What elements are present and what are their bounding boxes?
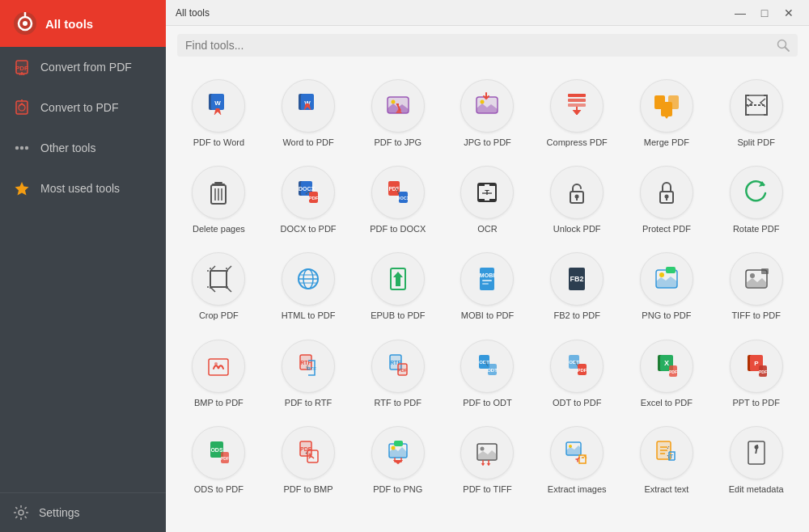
svg-text:X: X [664,359,669,367]
svg-point-14 [19,510,23,515]
svg-point-90 [750,273,755,278]
tool-label: Compress PDF [547,137,608,148]
tool-label: DOCX to PDF [281,224,337,234]
tool-odt-to-pdf[interactable]: ODT PDF ODT to PDF [536,333,619,413]
svg-point-93 [214,362,218,365]
svg-point-133 [391,445,395,450]
svg-point-28 [481,100,485,104]
tool-ppt-to-pdf[interactable]: P PDF PPT to PDF [714,333,798,413]
tool-delete-pages[interactable]: Delete pages [177,159,260,239]
tool-label: Protect PDF [642,224,691,234]
svg-text:MOBI: MOBI [480,272,494,278]
svg-text:DOCX: DOCX [396,196,409,201]
tool-unlock-pdf[interactable]: Unlock PDF [536,159,619,239]
tool-html-to-pdf[interactable]: HTML to PDF [267,246,350,326]
svg-point-88 [659,272,664,277]
tool-protect-pdf[interactable]: Protect PDF [625,159,709,239]
svg-point-25 [391,100,395,104]
tool-ods-to-pdf[interactable]: ODS PDF ODS to PDF [177,420,260,500]
tool-pdf-to-tiff[interactable]: PDF to TIFF [446,420,529,500]
tool-label: MOBI to PDF [461,310,514,321]
tool-label: JPG to PDF [464,137,511,148]
svg-text:PDF: PDF [759,369,767,374]
tool-label: Crop PDF [199,310,239,321]
tool-rotate-pdf[interactable]: Rotate PDF [714,159,798,239]
tool-excel-to-pdf[interactable]: X PDF Excel to PDF [625,333,709,413]
main-content: All tools — □ ✕ W [166,0,809,532]
tool-pdf-to-docx[interactable]: PDF DOCX PDF to DOCX [356,159,439,239]
svg-text:T: T [485,188,490,196]
sidebar-settings[interactable]: Settings [0,492,166,532]
sidebar-item-convert-to-pdf[interactable]: Convert to PDF [0,87,166,128]
most-used-tools-icon [13,179,31,197]
svg-text:P: P [754,360,759,367]
tool-label: Unlock PDF [553,224,601,234]
tool-jpg-to-pdf[interactable]: JPG to PDF [446,73,529,153]
tool-fb2-to-pdf[interactable]: FB2 FB2 to PDF [536,246,619,326]
tool-rtf-to-pdf[interactable]: RTF PDF RTF to PDF [356,333,439,413]
tool-compress-pdf[interactable]: Compress PDF [536,73,619,153]
maximize-button[interactable]: □ [754,2,775,23]
svg-rect-53 [478,184,485,186]
tool-label: Extract text [644,484,688,495]
svg-text:i: i [755,443,759,456]
tool-label: PNG to PDF [642,310,691,321]
tool-mobi-to-pdf[interactable]: MOBI MOBI to PDF [446,246,529,326]
tool-edit-metadata[interactable]: i Edit metadata [714,420,798,500]
tool-pdf-to-odt[interactable]: ODT ODT PDF to ODT [446,333,529,413]
tool-label: RTF to PDF [375,398,421,408]
tool-merge-pdf[interactable]: Merge PDF [625,73,709,153]
tool-crop-pdf[interactable]: Crop PDF [177,246,260,326]
tool-split-pdf[interactable]: Split PDF [714,73,798,153]
tool-ocr[interactable]: T OCR [446,159,529,239]
sidebar-item-other-tools[interactable]: Other tools [0,128,166,168]
tool-pdf-to-rtf[interactable]: RTF RTF PDF to RTF [267,333,350,413]
tools-grid: W PDF to Word W Word to PDF [166,65,809,532]
svg-text:DOCX: DOCX [299,186,316,192]
tool-label: Extract images [548,484,607,495]
sidebar-item-most-used-tools-label: Most used tools [40,182,120,195]
tool-label: PDF to TIFF [463,484,511,495]
tool-word-to-pdf[interactable]: W Word to PDF [267,73,350,153]
sidebar-item-convert-from-pdf[interactable]: PDF Convert from PDF [0,47,166,87]
close-button[interactable]: ✕ [778,2,799,23]
sidebar-item-most-used-tools[interactable]: Most used tools [0,168,166,209]
svg-text:PDF: PDF [397,368,407,373]
svg-line-72 [227,287,231,292]
tool-pdf-to-bmp[interactable]: PDF PDF to BMP [267,420,350,500]
other-tools-icon [13,139,31,157]
tool-label: PDF to PNG [373,484,422,495]
svg-rect-38 [214,182,222,184]
tool-label: PDF to Word [193,137,244,148]
tool-png-to-pdf[interactable]: PNG to PDF [625,246,709,326]
svg-text:PDF: PDF [578,368,587,373]
svg-rect-87 [666,267,676,273]
tool-bmp-to-pdf[interactable]: BMP to PDF [177,333,260,413]
tool-label: Split PDF [737,137,774,148]
svg-rect-91 [761,268,769,274]
convert-from-pdf-icon: PDF [13,58,31,76]
tool-tiff-to-pdf[interactable]: TIFF to PDF [714,246,798,326]
tool-label: PDF to JPG [374,137,421,148]
svg-rect-29 [568,94,586,97]
sidebar-logo[interactable]: All tools [0,0,166,47]
search-input[interactable] [185,39,777,52]
titlebar-controls: — □ ✕ [730,2,799,23]
svg-text:PDF: PDF [309,196,319,201]
tool-epub-to-pdf[interactable]: EPUB to PDF [356,246,439,326]
tool-pdf-to-word[interactable]: W PDF to Word [177,73,260,153]
tool-pdf-to-jpg[interactable]: PDF to JPG [356,73,439,153]
tool-label: ODS to PDF [194,484,244,495]
tool-extract-images[interactable]: Extract images [536,420,619,500]
svg-rect-55 [489,184,496,186]
tool-extract-text[interactable]: T Extract text [625,420,709,500]
titlebar-title: All tools [176,7,210,19]
tool-docx-to-pdf[interactable]: DOCX PDF DOCX to PDF [267,159,350,239]
tool-label: Word to PDF [282,137,333,148]
svg-text:T: T [670,454,674,459]
tool-label: Rotate PDF [733,224,779,234]
convert-to-pdf-icon [13,99,31,116]
minimize-button[interactable]: — [730,2,751,23]
svg-point-11 [20,146,23,150]
tool-pdf-to-png[interactable]: PDF to PNG [356,420,439,500]
